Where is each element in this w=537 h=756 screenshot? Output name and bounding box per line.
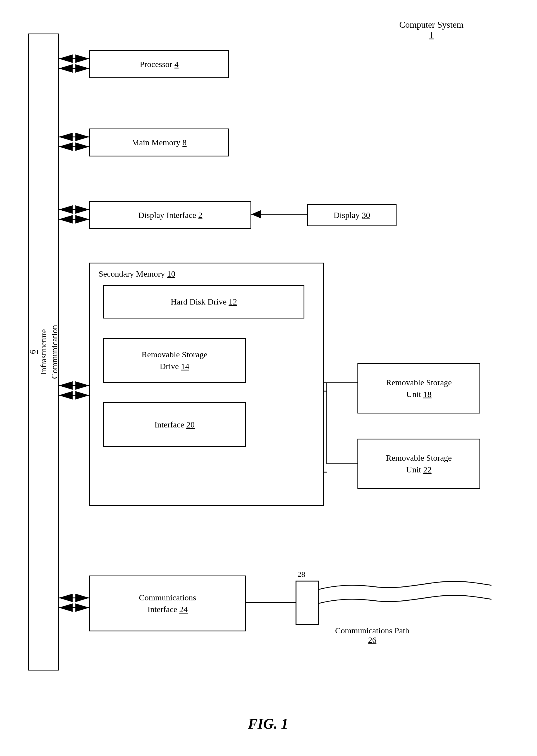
arrow-head: [75, 143, 89, 151]
processor-label: Processor 4: [140, 60, 179, 69]
display-arrow-head: [251, 210, 261, 218]
secondary-memory-label: Secondary Memory 10: [99, 269, 175, 279]
rsu-22-label: Removable StorageUnit 22: [386, 452, 452, 475]
removable-storage-drive-box: Removable StorageDrive 14: [103, 338, 246, 383]
display-label: Display 30: [334, 210, 370, 220]
rsu-18-label: Removable StorageUnit 18: [386, 377, 452, 400]
main-memory-box: Main Memory 8: [89, 128, 229, 156]
arrow-head: [75, 381, 89, 390]
comm-path-box: [296, 581, 318, 624]
interface-20-box: Interface 20: [103, 402, 246, 447]
processor-box: Processor 4: [89, 50, 229, 78]
interface-label: Interface 20: [154, 420, 195, 429]
removable-storage-drive-label: Removable StorageDrive 14: [142, 349, 207, 372]
communications-interface-box: CommunicationsInterface 24: [89, 576, 246, 631]
arrow-head: [75, 391, 89, 400]
arrow-head: [75, 603, 89, 612]
arrow-head: [75, 205, 89, 214]
display-box: Display 30: [307, 204, 396, 226]
main-memory-label: Main Memory 8: [132, 138, 187, 147]
comm-path-upper: [318, 581, 491, 590]
diagram: Computer System 1 CommunicationInfrastru…: [11, 11, 525, 743]
arrow-head: [75, 64, 89, 73]
arrow-head: [75, 215, 89, 224]
communications-path-label: Communications Path 26: [335, 626, 409, 645]
removable-storage-unit-18-box: Removable StorageUnit 18: [357, 363, 480, 414]
display-interface-label: Display Interface 2: [138, 210, 202, 220]
hard-disk-label: Hard Disk Drive 12: [171, 297, 237, 306]
communications-interface-label: CommunicationsInterface 24: [139, 592, 196, 615]
removable-storage-unit-22-box: Removable StorageUnit 22: [357, 439, 480, 489]
fig-label: FIG. 1: [248, 716, 288, 732]
arrow-head: [75, 594, 89, 602]
comm-path-lower: [318, 595, 491, 603]
hard-disk-drive-box: Hard Disk Drive 12: [103, 285, 305, 319]
display-interface-box: Display Interface 2: [89, 201, 251, 229]
label-28: 28: [297, 570, 305, 579]
arrow-head: [75, 55, 89, 63]
arrow-head: [75, 133, 89, 141]
